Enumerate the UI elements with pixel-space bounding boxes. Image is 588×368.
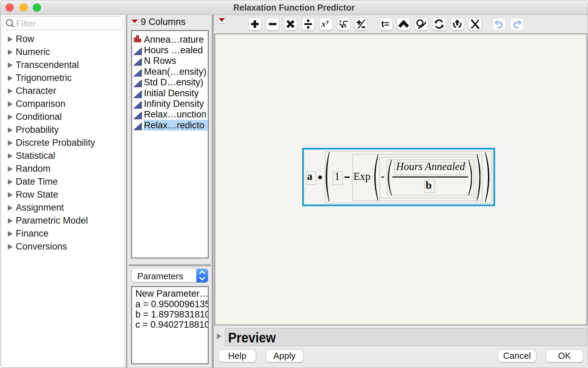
svg-text:x: x xyxy=(343,21,347,29)
svg-text:t=: t= xyxy=(381,19,389,29)
svg-text:y: y xyxy=(326,18,329,25)
svg-text:x: x xyxy=(321,19,325,28)
svg-text:y: y xyxy=(339,18,342,24)
